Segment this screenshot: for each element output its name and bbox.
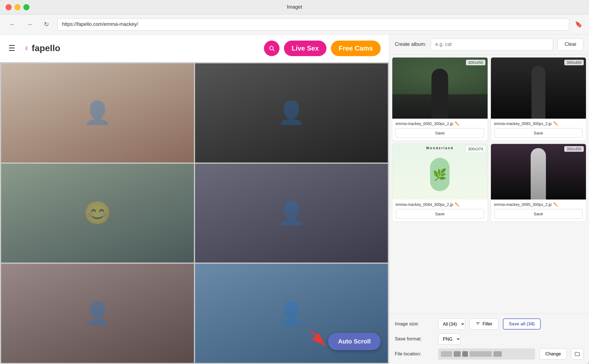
image-thumb-3[interactable]: Wonderland 🌿 300x374 — [392, 144, 488, 200]
save-button-3[interactable]: Save — [396, 209, 484, 219]
search-button[interactable] — [264, 41, 279, 56]
close-button[interactable] — [6, 4, 12, 10]
album-label: Create album: — [395, 41, 426, 47]
bottom-controls: Image size: All (34) Filter Save all (34… — [389, 314, 589, 364]
save-button-2[interactable]: Save — [494, 128, 583, 138]
image-card-2: 300x450 emma-mackey_0083_300px_2.jp ✏️ S… — [491, 57, 586, 141]
file-location-bar — [438, 348, 535, 360]
logo-text: fapello — [32, 43, 60, 53]
right-panel: Create album: Clear — [389, 34, 589, 364]
file-location-label: File location: — [395, 351, 434, 357]
path-segment-1 — [441, 351, 452, 357]
bookmark-icon[interactable]: 🔖 — [575, 21, 582, 28]
change-button[interactable]: Change — [540, 348, 567, 360]
filter-label: Filter — [483, 321, 493, 326]
image-size-row: Image size: All (34) Filter Save all (34… — [395, 318, 583, 330]
main-area: ☰ ♀ fapello Live Sex Free Cams — [0, 34, 589, 364]
path-segment-4 — [470, 351, 492, 357]
image-size-select[interactable]: All (34) — [438, 318, 465, 330]
path-segment-3 — [462, 351, 468, 357]
site-header: ☰ ♀ fapello Live Sex Free Cams — [0, 34, 389, 62]
image-size-label: Image size: — [395, 321, 434, 327]
grid-image-2[interactable]: 👤 — [195, 63, 388, 163]
grid-image-3[interactable]: 😊 — [1, 164, 194, 263]
traffic-lights — [6, 4, 29, 10]
image-card-footer-2: emma-mackey_0083_300px_2.jp ✏️ Save — [491, 119, 586, 141]
filter-button[interactable]: Filter — [470, 318, 498, 330]
forward-button[interactable]: → — [24, 19, 36, 30]
save-format-row: Save format: PNG — [395, 333, 583, 345]
image-size-badge-4: 300x450 — [564, 146, 584, 152]
image-thumb-2[interactable]: 300x450 — [491, 58, 586, 119]
maximize-button[interactable] — [23, 4, 29, 10]
image-thumb-1[interactable]: 300x450 — [392, 58, 488, 119]
edit-icon-1[interactable]: ✏️ — [455, 121, 460, 126]
back-button[interactable]: ← — [7, 19, 18, 30]
hamburger-menu[interactable]: ☰ — [8, 44, 15, 53]
edit-icon-3[interactable]: ✏️ — [455, 202, 460, 207]
urlbar: ← → ↻ 🔖 — [0, 14, 589, 34]
live-sex-button[interactable]: Live Sex — [284, 41, 326, 56]
image-thumb-4[interactable]: 300x450 — [491, 144, 586, 200]
folder-icon — [574, 351, 580, 357]
grid-image-5[interactable]: 👤 — [1, 264, 194, 363]
auto-scroll-button[interactable]: Auto Scroll — [328, 333, 381, 350]
image-size-badge-2: 300x450 — [564, 60, 584, 65]
album-input[interactable] — [431, 38, 553, 51]
save-button-1[interactable]: Save — [396, 128, 484, 138]
image-card-4: 300x450 emma-mackey_0085_300px_2.jp ✏️ S… — [491, 144, 586, 222]
save-format-label: Save format: — [395, 336, 434, 342]
filter-icon — [475, 321, 480, 326]
image-card-footer-3: emma-mackey_0084_300px_2.jp ✏️ Save — [392, 200, 488, 221]
images-list: 300x450 emma-mackey_0082_300px_2.jp ✏️ S… — [389, 54, 589, 314]
grid-image-1[interactable]: 👤 — [1, 63, 194, 163]
image-grid: 👤 👤 😊 👤 — [0, 62, 389, 364]
album-bar: Create album: Clear — [389, 34, 589, 54]
image-size-badge-3: 300x374 — [466, 146, 485, 152]
image-card-footer-4: emma-mackey_0085_300px_2.jp ✏️ Save — [491, 200, 586, 221]
free-cams-button[interactable]: Free Cams — [331, 41, 381, 56]
image-filename-3: emma-mackey_0084_300px_2.jp ✏️ — [396, 202, 484, 207]
image-card-footer-1: emma-mackey_0082_300px_2.jp ✏️ Save — [392, 119, 488, 141]
clear-button[interactable]: Clear — [558, 38, 583, 51]
image-filename-1: emma-mackey_0082_300px_2.jp ✏️ — [396, 121, 484, 126]
file-location-row: File location: Change — [395, 348, 583, 360]
window-title: Imaget — [287, 4, 302, 10]
save-button-4[interactable]: Save — [494, 209, 583, 219]
save-format-select[interactable]: PNG — [438, 333, 461, 345]
path-segment-2 — [454, 351, 461, 357]
edit-icon-4[interactable]: ✏️ — [553, 202, 558, 207]
save-all-button[interactable]: Save all (34) — [503, 318, 541, 330]
refresh-button[interactable]: ↻ — [41, 19, 52, 30]
url-input[interactable] — [57, 18, 569, 31]
site-logo: ♀ fapello — [24, 43, 60, 53]
titlebar: Imaget — [0, 0, 589, 14]
logo-icon: ♀ — [24, 44, 29, 53]
path-segment-5 — [493, 351, 502, 357]
search-icon — [268, 45, 275, 52]
image-filename-4: emma-mackey_0085_300px_2.jp ✏️ — [494, 202, 583, 207]
minimize-button[interactable] — [14, 4, 21, 10]
header-buttons: Live Sex Free Cams — [264, 41, 381, 56]
edit-icon-2[interactable]: ✏️ — [553, 121, 558, 126]
image-size-badge-1: 300x450 — [466, 60, 485, 65]
app-window: Imaget ← → ↻ 🔖 ☰ ♀ fapello — [0, 0, 589, 364]
image-card-3: Wonderland 🌿 300x374 emma-mackey_0084_30… — [392, 144, 488, 222]
image-card-1: 300x450 emma-mackey_0082_300px_2.jp ✏️ S… — [392, 57, 488, 141]
image-filename-2: emma-mackey_0083_300px_2.jp ✏️ — [494, 121, 583, 126]
grid-image-4[interactable]: 👤 — [195, 164, 388, 263]
folder-button[interactable] — [571, 348, 583, 360]
browser-content: ☰ ♀ fapello Live Sex Free Cams — [0, 34, 389, 364]
